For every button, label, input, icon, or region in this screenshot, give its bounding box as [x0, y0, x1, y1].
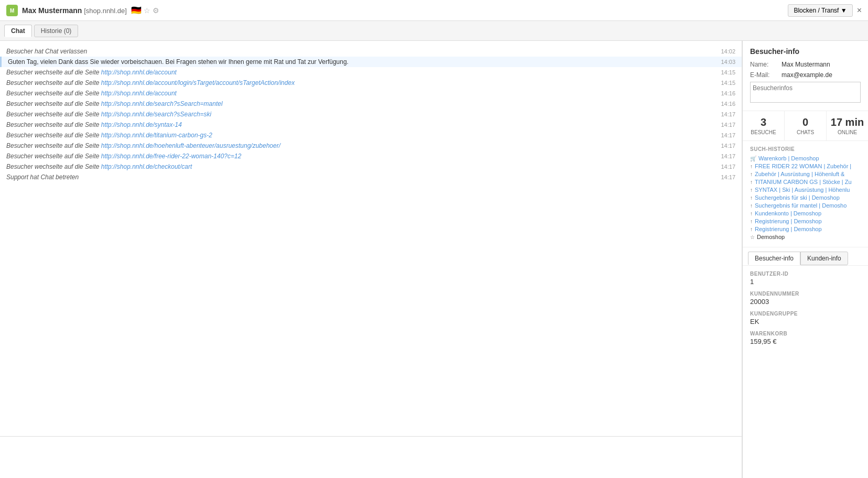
message-row: Besucher wechselte auf die Seite http://… [0, 120, 742, 130]
nav-up-icon: ↑ [750, 187, 753, 193]
history-text: Registrierung | Demoshop [755, 226, 822, 232]
nav-link[interactable]: http://shop.nnhl.de/account [101, 69, 177, 76]
message-row: Besucher wechselte auf die Seite http://… [0, 151, 742, 161]
cart-icon: 🛒 [750, 156, 756, 161]
header-domain: [shop.nnhl.de] [84, 7, 127, 15]
name-label: Name: [750, 61, 782, 68]
message-text: Support hat Chat betreten [6, 173, 711, 181]
message-time: 14:17 [717, 111, 735, 117]
message-time: 14:17 [717, 164, 735, 170]
message-time: 14:16 [717, 90, 735, 96]
message-row: Besucher wechselte auf die Seite http://… [0, 78, 742, 88]
stat-chats-label: CHATS [787, 129, 824, 135]
app-logo: M [6, 5, 18, 16]
message-time: 14:15 [717, 80, 735, 86]
message-time: 14:03 [717, 59, 735, 65]
message-text: Besucher wechselte auf die Seite http://… [6, 153, 711, 160]
message-row: Besucher wechselte auf die Seite http://… [0, 130, 742, 140]
nav-up-icon: ↑ [750, 179, 753, 185]
stat-online-number: 17 min [829, 116, 866, 128]
message-time: 14:17 [717, 132, 735, 138]
search-history: SUCH-HISTORIE 🛒 Warenkorb | Demoshop ↑ F… [743, 141, 868, 247]
message-row: Besucher wechselte auf die Seite http://… [0, 140, 742, 151]
nav-link[interactable]: http://shop.nnhl.de/syntax-14 [101, 121, 182, 128]
kundengruppe-value: EK [750, 318, 861, 325]
visitor-notes[interactable] [750, 82, 861, 103]
stat-online-label: ONLINE [829, 129, 866, 135]
history-text: Zubehör | Ausrüstung | Höhenluft & [755, 171, 844, 177]
header-flags: 🇩🇪 ☆ ⚙ [131, 5, 159, 15]
message-text: Besucher wechselte auf die Seite http://… [6, 142, 711, 149]
history-item: ↑ Kundenkonto | Demoshop [750, 210, 861, 216]
header-right: Blocken / Transf ▼ × [788, 4, 862, 17]
message-text: Besucher wechselte auf die Seite http://… [6, 121, 711, 128]
nav-link[interactable]: http://shop.nnhl.de/account [101, 90, 177, 97]
message-text: Besucher wechselte auf die Seite http://… [6, 69, 711, 76]
tab-bar: Chat Historie (0) [0, 21, 868, 41]
history-text: Kundenkonto | Demoshop [755, 210, 821, 216]
stat-besuche: 3 BESUCHE [743, 111, 785, 140]
history-item: ↑ TITANIUM CARBON GS | Stöcke | Zu [750, 179, 861, 185]
message-text: Guten Tag, vielen Dank dass Sie wieder v… [8, 58, 711, 66]
history-text: Suchergebnis für ski | Demoshop [755, 194, 840, 201]
history-item: ☆ Demoshop [750, 234, 861, 240]
nav-link[interactable]: http://shop.nnhl.de/search?sSearch=ski [101, 111, 211, 118]
chat-area: Besucher hat Chat verlassen 14:02 Guten … [0, 41, 742, 478]
benutzer-id-label: BENUTZER-ID [750, 271, 861, 277]
nav-link[interactable]: http://shop.nnhl.de/search?sSearch=mante… [101, 100, 223, 107]
message-row: Besucher wechselte auf die Seite http://… [0, 67, 742, 78]
stat-chats: 0 CHATS [785, 111, 827, 140]
header: M Max Mustermann [shop.nnhl.de] 🇩🇪 ☆ ⚙ B… [0, 0, 868, 21]
kunden-info-section: BENUTZER-ID 1 KUNDENNUMMER 20003 KUNDENG… [743, 266, 868, 356]
chat-input-area [0, 436, 742, 478]
tab-besucher-info[interactable]: Besucher-info [748, 252, 800, 265]
message-row: Guten Tag, vielen Dank dass Sie wieder v… [0, 57, 742, 67]
message-row: Support hat Chat betreten 14:17 [0, 172, 742, 182]
close-button[interactable]: × [857, 6, 862, 15]
message-text: Besucher wechselte auf die Seite http://… [6, 132, 711, 139]
sidebar: Besucher-info Name: Max Mustermann E-Mai… [742, 41, 868, 478]
visitor-info-section: Besucher-info Name: Max Mustermann E-Mai… [743, 41, 868, 111]
history-text: TITANIUM CARBON GS | Stöcke | Zu [755, 179, 852, 185]
info-tab-bar: Besucher-info Kunden-info [743, 247, 868, 266]
history-text: Warenkorb | Demoshop [758, 155, 819, 161]
message-time: 14:17 [717, 174, 735, 180]
history-text: Demoshop [757, 234, 785, 240]
message-text: Besucher wechselte auf die Seite http://… [6, 100, 711, 107]
email-label: E-Mail: [750, 71, 782, 79]
history-item: ↑ Suchergebnis für ski | Demoshop [750, 194, 861, 201]
message-time: 14:02 [717, 48, 735, 55]
history-item: 🛒 Warenkorb | Demoshop [750, 155, 861, 161]
message-text: Besucher wechselte auf die Seite http://… [6, 111, 711, 118]
history-item: ↑ Registrierung | Demoshop [750, 226, 861, 232]
message-time: 14:15 [717, 69, 735, 75]
sidebar-title: Besucher-info [750, 47, 861, 56]
nav-up-icon: ↑ [750, 211, 753, 216]
tab-kunden-info[interactable]: Kunden-info [800, 252, 848, 265]
stat-besuche-label: BESUCHE [745, 129, 782, 135]
nav-link[interactable]: http://shop.nnhl.de/checkout/cart [101, 163, 192, 170]
nav-link[interactable]: http://shop.nnhl.de/hoehenluft-abenteuer… [101, 142, 280, 149]
history-item: ↑ FREE RIDER 22 WOMAN | Zubehör | [750, 163, 861, 169]
email-value: max@example.de [782, 71, 832, 79]
kundennummer-label: KUNDENNUMMER [750, 291, 861, 297]
warenkorb-value: 159,95 € [750, 338, 861, 345]
history-item: ↑ Registrierung | Demoshop [750, 218, 861, 224]
header-username: Max Mustermann [shop.nnhl.de] [22, 6, 127, 15]
email-row: E-Mail: max@example.de [750, 71, 861, 79]
chat-input[interactable] [4, 441, 737, 472]
message-time: 14:17 [717, 153, 735, 159]
tab-historie[interactable]: Historie (0) [34, 25, 79, 37]
nav-link[interactable]: http://shop.nnhl.de/titanium-carbon-gs-2 [101, 132, 212, 139]
chat-messages: Besucher hat Chat verlassen 14:02 Guten … [0, 41, 742, 436]
nav-up-icon: ↑ [750, 195, 753, 201]
nav-link[interactable]: http://shop.nnhl.de/account/login/sTarge… [101, 79, 295, 86]
nav-link[interactable]: http://shop.nnhl.de/free-rider-22-woman-… [101, 153, 242, 160]
tab-chat[interactable]: Chat [4, 25, 32, 37]
warenkorb-label: WARENKORB [750, 331, 861, 336]
stat-online: 17 min ONLINE [827, 111, 868, 140]
settings-icon: ⚙ [153, 6, 159, 15]
blocken-button[interactable]: Blocken / Transf ▼ [788, 4, 852, 17]
benutzer-id-value: 1 [750, 278, 861, 286]
stat-chats-number: 0 [787, 116, 824, 128]
